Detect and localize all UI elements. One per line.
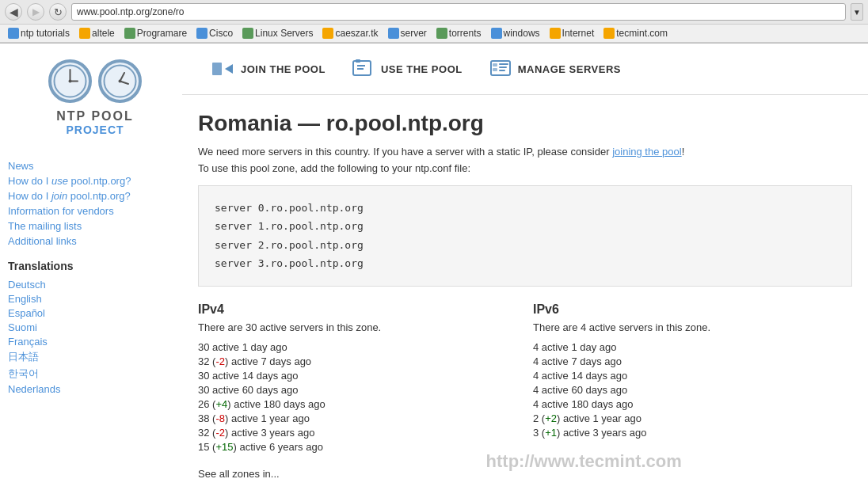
bookmark-icon (196, 28, 207, 39)
bookmark-torrents[interactable]: torrents (433, 27, 485, 40)
subtitle-exclaim: ! (682, 146, 685, 158)
translation-item-korean[interactable]: 한국어 (8, 367, 182, 381)
bookmark-label: Linux Servers (255, 28, 313, 39)
ipv6-stat-0: 4 active 1 day ago (533, 341, 852, 353)
page-title: Romania — ro.pool.ntp.org (198, 111, 852, 136)
bookmark-linux-servers[interactable]: Linux Servers (239, 27, 316, 40)
sidebar-item-join[interactable]: How do I join pool.ntp.org? (8, 190, 182, 202)
translation-link-francais[interactable]: Français (8, 336, 48, 348)
translation-link-japanese[interactable]: 日本語 (8, 351, 39, 363)
sidebar-item-news[interactable]: News (8, 160, 182, 172)
use-pool-label: USE THE POOL (381, 63, 463, 75)
top-navigation: JOIN THE POOL USE THE POOL (182, 44, 868, 95)
ipv4-diff-4: +4 (215, 398, 227, 410)
bookmark-icon (436, 28, 447, 39)
bookmark-caeszar[interactable]: caeszar.tk (319, 27, 381, 40)
main-content: JOIN THE POOL USE THE POOL (182, 44, 868, 494)
page-wrapper: NTP POOL PROJECT News How do I use pool.… (0, 44, 868, 494)
bookmark-label: caeszar.tk (335, 28, 378, 39)
sidebar-link-news[interactable]: News (8, 160, 34, 172)
ipv4-stat-4: 26 (+4) active 180 days ago (198, 398, 517, 410)
conf-line-1: server 1.ro.pool.ntp.org (215, 217, 836, 235)
sidebar: NTP POOL PROJECT News How do I use pool.… (0, 44, 182, 494)
ipv4-diff-5: -8 (215, 412, 225, 424)
nav-manage-servers[interactable]: MANAGE SERVERS (475, 51, 634, 86)
translation-item-dutch[interactable]: Nederlands (8, 383, 182, 395)
refresh-button[interactable]: ↻ (49, 3, 67, 21)
bookmark-label: ntp tutorials (21, 28, 70, 39)
nav-use-pool[interactable]: USE THE POOL (338, 51, 475, 86)
ipv6-column: IPv6 There are 4 active servers in this … (533, 302, 852, 455)
translation-link-korean[interactable]: 한국어 (8, 367, 39, 379)
manage-servers-label: MANAGE SERVERS (518, 63, 621, 75)
ipv4-stat-5: 38 (-8) active 1 year ago (198, 412, 517, 424)
nav-join-pool[interactable]: JOIN THE POOL (198, 51, 338, 86)
translation-item-deutsch[interactable]: Deutsch (8, 279, 182, 291)
ipv4-diff-1: -2 (215, 355, 225, 367)
subtitle-text: We need more servers in this country. If… (198, 146, 610, 158)
bookmark-icon (79, 28, 90, 39)
translation-item-japanese[interactable]: 日本語 (8, 350, 182, 364)
servers-grid: IPv4 There are 30 active servers in this… (198, 302, 852, 455)
sidebar-link-additional[interactable]: Additional links (8, 235, 77, 247)
sidebar-item-use[interactable]: How do I use pool.ntp.org? (8, 175, 182, 187)
bookmark-icon (603, 28, 615, 39)
join-icon (211, 56, 236, 82)
translation-link-dutch[interactable]: Nederlands (8, 383, 61, 395)
use-icon (351, 56, 376, 82)
ipv6-stat-1: 4 active 7 days ago (533, 355, 852, 367)
bookmark-label: Internet (562, 28, 595, 39)
sidebar-link-vendors[interactable]: Information for vendors (8, 205, 114, 217)
translation-link-english[interactable]: English (8, 293, 42, 305)
sidebar-item-links[interactable]: Additional links (8, 235, 182, 247)
address-bar[interactable] (71, 3, 846, 21)
ipv6-stat-3: 4 active 60 days ago (533, 384, 852, 396)
ipv6-stat-5: 2 (+2) active 1 year ago (533, 412, 852, 424)
bookmark-internet[interactable]: Internet (546, 27, 598, 40)
page-subtitle: We need more servers in this country. If… (198, 146, 852, 158)
ipv4-stat-3: 30 active 60 days ago (198, 384, 517, 396)
bookmark-label: tecmint.com (616, 28, 668, 39)
translation-item-suomi[interactable]: Suomi (8, 321, 182, 333)
bookmark-altele[interactable]: altele (76, 27, 118, 40)
bookmark-windows[interactable]: windows (488, 27, 543, 40)
ipv4-stat-7: 15 (+15) active 6 years ago (198, 441, 517, 453)
svg-rect-17 (499, 66, 507, 68)
bookmark-cisco[interactable]: Cisco (193, 27, 236, 40)
sidebar-item-vendors[interactable]: Information for vendors (8, 205, 182, 217)
translations-list: Deutsch English Español Suomi Français 日… (8, 279, 182, 395)
translation-item-francais[interactable]: Français (8, 336, 182, 348)
bookmark-server[interactable]: server (385, 27, 430, 40)
ipv4-active-text: There are 30 active servers in this zone… (198, 321, 517, 333)
logo-ntp: NTP POOL (56, 109, 134, 124)
browser-menu-button[interactable]: ▼ (851, 3, 863, 21)
svg-rect-8 (212, 63, 222, 75)
forward-button[interactable]: ▶ (27, 3, 44, 21)
translation-item-espanol[interactable]: Español (8, 307, 182, 319)
back-button[interactable]: ◀ (5, 3, 22, 21)
translation-link-espanol[interactable]: Español (8, 307, 45, 319)
content-area: Romania — ro.pool.ntp.org We need more s… (182, 95, 868, 494)
bookmark-label: torrents (449, 28, 482, 39)
bookmark-icon (550, 28, 561, 39)
bookmark-programare[interactable]: Programare (121, 27, 190, 40)
bookmark-icon (388, 28, 399, 39)
bookmark-icon (8, 28, 19, 39)
sidebar-link-use[interactable]: How do I use pool.ntp.org? (8, 175, 131, 187)
translation-link-deutsch[interactable]: Deutsch (8, 279, 46, 291)
ipv6-stat-4: 4 active 180 days ago (533, 398, 852, 410)
bookmark-icon (491, 28, 502, 39)
joining-pool-link[interactable]: joining the pool (612, 146, 681, 158)
sidebar-link-join[interactable]: How do I join pool.ntp.org? (8, 190, 131, 202)
conf-line-3: server 3.ro.pool.ntp.org (215, 254, 836, 272)
bookmark-ntp-tutorials[interactable]: ntp tutorials (5, 27, 73, 40)
bookmark-tecmint[interactable]: tecmint.com (600, 27, 671, 40)
translation-link-suomi[interactable]: Suomi (8, 321, 37, 333)
conf-line-2: server 2.ro.pool.ntp.org (215, 236, 836, 254)
sidebar-item-mailing[interactable]: The mailing lists (8, 220, 182, 232)
sidebar-logo: NTP POOL PROJECT (8, 51, 182, 144)
manage-icon (488, 56, 513, 82)
sidebar-link-mailing[interactable]: The mailing lists (8, 220, 82, 232)
ipv4-stat-0: 30 active 1 day ago (198, 341, 517, 353)
translation-item-english[interactable]: English (8, 293, 182, 305)
